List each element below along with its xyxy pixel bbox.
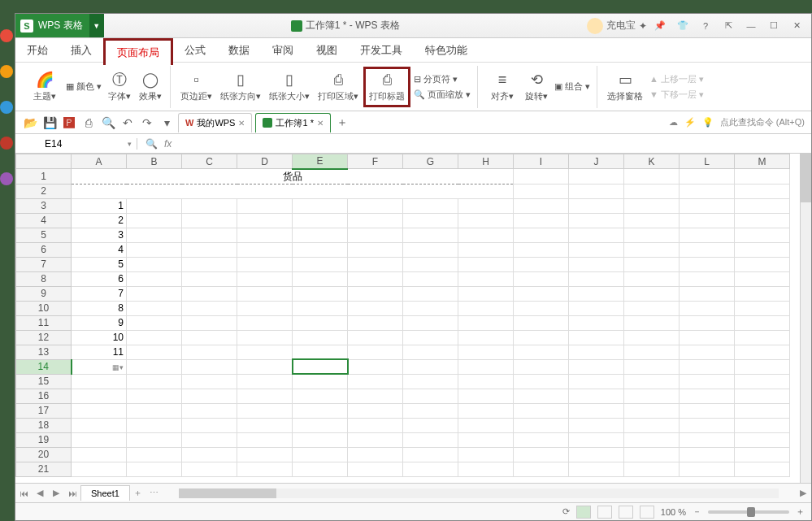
cell-I15[interactable] — [514, 374, 569, 389]
cell-G8[interactable] — [403, 271, 458, 286]
row-header-21[interactable]: 21 — [16, 462, 72, 476]
cell-J8[interactable] — [569, 271, 624, 286]
cell-D9[interactable] — [237, 286, 293, 301]
cell-E11[interactable] — [293, 315, 348, 330]
selectpane-button[interactable]: ▭ 选择窗格 — [604, 67, 646, 107]
cell-D21[interactable] — [237, 462, 293, 476]
cell-D18[interactable] — [237, 418, 293, 432]
cell-D16[interactable] — [237, 389, 293, 403]
cell-F19[interactable] — [348, 432, 403, 447]
cell-C18[interactable] — [182, 418, 237, 432]
nav-first-icon[interactable]: ⏮ — [15, 485, 32, 501]
menu-review[interactable]: 审阅 — [261, 38, 305, 62]
cell-L14[interactable] — [680, 359, 735, 374]
cell-M5[interactable] — [735, 228, 790, 242]
cell-L7[interactable] — [680, 257, 735, 271]
cell-H21[interactable] — [458, 462, 514, 476]
col-header-H[interactable]: H — [458, 154, 514, 169]
cell-M4[interactable] — [735, 213, 790, 228]
row-header-9[interactable]: 9 — [16, 286, 72, 301]
cell-L6[interactable] — [680, 242, 735, 257]
cell-L12[interactable] — [680, 330, 735, 345]
cell-L5[interactable] — [680, 228, 735, 242]
cell-L21[interactable] — [680, 462, 735, 476]
cell-D4[interactable] — [237, 213, 293, 228]
cell-J12[interactable] — [569, 330, 624, 345]
cell-G9[interactable] — [403, 286, 458, 301]
cell-C4[interactable] — [182, 213, 237, 228]
cell-C8[interactable] — [182, 271, 237, 286]
cell-E21[interactable] — [293, 462, 348, 476]
cell-F7[interactable] — [348, 257, 403, 271]
cell-J19[interactable] — [569, 432, 624, 447]
group-button[interactable]: ▣ 组合▾ — [553, 80, 592, 93]
cell-C16[interactable] — [182, 389, 237, 403]
rotate-button[interactable]: ⟲ 旋转▾ — [522, 67, 551, 107]
col-header-G[interactable]: G — [403, 154, 458, 169]
cell-G20[interactable] — [403, 447, 458, 462]
view-reading-button[interactable] — [640, 506, 654, 519]
cell-F8[interactable] — [348, 271, 403, 286]
nav-next-icon[interactable]: ▶ — [48, 485, 64, 501]
cell-F11[interactable] — [348, 315, 403, 330]
cell-E8[interactable] — [293, 271, 348, 286]
cell-G14[interactable] — [403, 359, 458, 374]
cell-H12[interactable] — [458, 330, 514, 345]
cell-L3[interactable] — [680, 198, 735, 213]
cell-H20[interactable] — [458, 447, 514, 462]
cell-L4[interactable] — [680, 213, 735, 228]
cell-E19[interactable] — [293, 432, 348, 447]
cell-I17[interactable] — [514, 403, 569, 418]
cell-H14[interactable] — [458, 359, 514, 374]
col-header-C[interactable]: C — [182, 154, 237, 169]
cell-L16[interactable] — [680, 389, 735, 403]
cell-J3[interactable] — [569, 198, 624, 213]
close-icon[interactable]: ✕ — [317, 119, 323, 128]
cell-H17[interactable] — [458, 403, 514, 418]
cell-L10[interactable] — [680, 301, 735, 315]
row-header-14[interactable]: 14 — [16, 359, 72, 374]
theme-button[interactable]: 🌈 主题▾ — [27, 67, 63, 107]
cell-K20[interactable] — [624, 447, 680, 462]
cell-I13[interactable] — [514, 345, 569, 359]
cell-A13[interactable]: 11 — [72, 345, 127, 359]
cell-M3[interactable] — [735, 198, 790, 213]
cell-L8[interactable] — [680, 271, 735, 286]
cell-M19[interactable] — [735, 432, 790, 447]
cell-G10[interactable] — [403, 301, 458, 315]
cell-B3[interactable] — [127, 198, 182, 213]
cell-I16[interactable] — [514, 389, 569, 403]
cell-E18[interactable] — [293, 418, 348, 432]
cell-M10[interactable] — [735, 301, 790, 315]
vertical-scrollbar[interactable] — [800, 154, 811, 483]
cell-L17[interactable] — [680, 403, 735, 418]
add-tab-button[interactable]: ＋ — [334, 115, 350, 131]
cell-C15[interactable] — [182, 374, 237, 389]
cell-K8[interactable] — [624, 271, 680, 286]
cell-G17[interactable] — [403, 403, 458, 418]
align-button[interactable]: ≡ 对齐▾ — [484, 67, 520, 107]
cell-C6[interactable] — [182, 242, 237, 257]
cell-E7[interactable] — [293, 257, 348, 271]
cell-K5[interactable] — [624, 228, 680, 242]
cell-I3[interactable] — [514, 198, 569, 213]
cell-M16[interactable] — [735, 389, 790, 403]
cell-D11[interactable] — [237, 315, 293, 330]
menu-special[interactable]: 特色功能 — [414, 38, 479, 62]
cell-G16[interactable] — [403, 389, 458, 403]
cell-K19[interactable] — [624, 432, 680, 447]
print-icon[interactable]: ⎙ — [80, 115, 97, 131]
cell-I10[interactable] — [514, 301, 569, 315]
cell-K11[interactable] — [624, 315, 680, 330]
cell[interactable] — [735, 184, 790, 198]
cell-G11[interactable] — [403, 315, 458, 330]
more-dropdown-icon[interactable]: ▾ — [158, 115, 175, 131]
cell-E9[interactable] — [293, 286, 348, 301]
cell-H13[interactable] — [458, 345, 514, 359]
cell-K18[interactable] — [624, 418, 680, 432]
refresh-icon[interactable]: ⟳ — [562, 506, 570, 517]
col-header-E[interactable]: E — [293, 154, 348, 169]
cell-E10[interactable] — [293, 301, 348, 315]
cell-F14[interactable] — [348, 359, 403, 374]
cell-D20[interactable] — [237, 447, 293, 462]
